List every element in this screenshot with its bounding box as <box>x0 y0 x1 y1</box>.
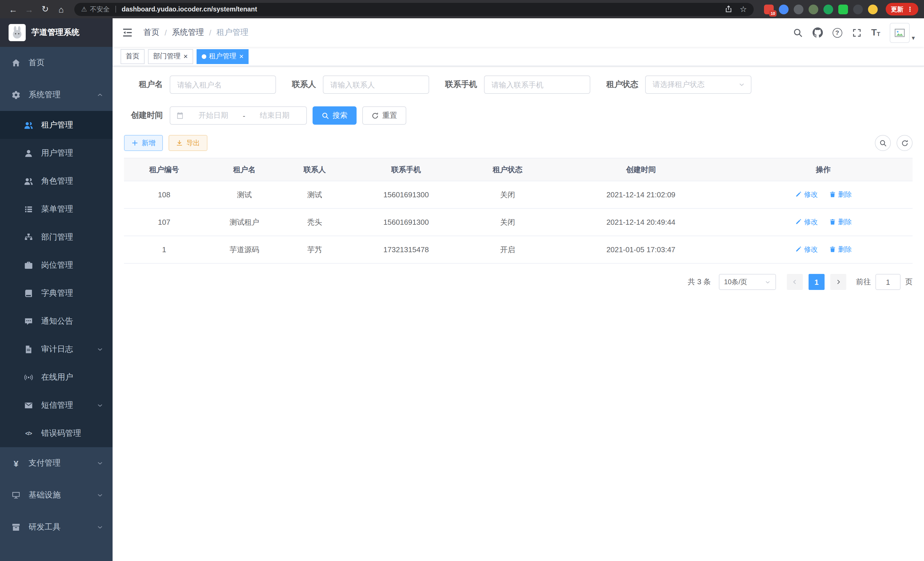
contact-input[interactable] <box>323 75 429 94</box>
toggle-search-button[interactable] <box>875 135 891 151</box>
phone-input[interactable] <box>484 75 590 94</box>
app-title: 芋道管理系统 <box>32 27 80 38</box>
breadcrumb-separator: / <box>165 28 167 37</box>
extension-icon[interactable] <box>779 4 789 14</box>
tenant-name-input[interactable] <box>170 75 276 94</box>
sidebar-item-dict[interactable]: 字典管理 <box>0 279 112 307</box>
bookmark-star-icon[interactable]: ☆ <box>740 5 747 14</box>
extension-icon[interactable] <box>868 4 878 14</box>
calendar-icon <box>176 111 184 120</box>
browser-reload-button[interactable]: ↻ <box>38 2 52 17</box>
browser-home-button[interactable]: ⌂ <box>54 2 69 17</box>
goto-page-input[interactable] <box>875 274 901 290</box>
menu-label: 角色管理 <box>41 176 73 186</box>
prev-page-button[interactable] <box>787 274 803 290</box>
audit-log-icon <box>24 344 33 354</box>
edit-label: 修改 <box>804 190 818 200</box>
site-security-chip[interactable]: ⚠ 不安全 <box>81 5 110 14</box>
extension-icon[interactable]: 10 <box>764 4 774 14</box>
menu-label: 租户管理 <box>41 120 73 130</box>
cell-phone: 17321315478 <box>345 236 468 263</box>
address-bar[interactable]: ⚠ 不安全 dashboard.yudao.iocoder.cn/system/… <box>74 3 754 16</box>
breadcrumb-item[interactable]: 首页 <box>143 27 159 38</box>
sidebar-item-system[interactable]: 系统管理 <box>0 79 112 111</box>
sidebar-collapse-icon[interactable] <box>122 27 133 38</box>
add-button[interactable]: 新增 <box>124 135 163 151</box>
status-select[interactable]: 请选择租户状态 <box>645 75 752 94</box>
fullscreen-icon[interactable] <box>852 28 861 38</box>
chevron-up-icon <box>97 92 104 98</box>
extension-icon[interactable] <box>824 4 833 14</box>
browser-update-button[interactable]: 更新 ⋮ <box>886 3 918 15</box>
infrastructure-icon <box>11 491 21 500</box>
sidebar-item-menu[interactable]: 菜单管理 <box>0 195 112 223</box>
delete-link[interactable]: 删除 <box>829 190 852 200</box>
help-icon[interactable]: ? <box>832 28 842 38</box>
next-page-button[interactable] <box>830 274 846 290</box>
app-logo[interactable]: 芋道管理系统 <box>0 18 112 47</box>
sidebar-item-role[interactable]: 角色管理 <box>0 167 112 195</box>
sidebar-item-post[interactable]: 岗位管理 <box>0 251 112 279</box>
tab-label: 租户管理 <box>209 51 236 61</box>
column-header: 联系手机 <box>345 158 468 181</box>
reset-button[interactable]: 重置 <box>362 106 406 125</box>
extension-icon[interactable] <box>838 4 848 14</box>
sidebar-item-tenant[interactable]: 租户管理 <box>0 111 112 139</box>
edit-link[interactable]: 修改 <box>795 217 818 227</box>
tenant-table: 租户编号 租户名 联系人 联系手机 租户状态 创建时间 操作 108 测试 <box>124 158 913 264</box>
sidebar-item-infrastructure[interactable]: 基础设施 <box>0 479 112 511</box>
error-code-icon: </> <box>24 429 33 438</box>
page-number-button[interactable]: 1 <box>808 274 825 290</box>
cell-actions: 修改 删除 <box>734 181 913 208</box>
home-icon: ⌂ <box>58 4 64 14</box>
header-search-icon[interactable] <box>793 28 802 38</box>
tab-dept[interactable]: 部门管理 × <box>148 49 193 64</box>
export-button[interactable]: 导出 <box>169 135 207 151</box>
browser-menu-kebab-icon[interactable]: ⋮ <box>907 5 913 13</box>
delete-link[interactable]: 删除 <box>829 217 852 227</box>
font-size-icon[interactable]: TT <box>871 28 880 37</box>
sidebar-item-error-code[interactable]: </> 错误码管理 <box>0 419 112 447</box>
github-icon[interactable] <box>812 27 823 38</box>
goto-page: 前往 页 <box>856 274 913 290</box>
column-header: 联系人 <box>285 158 345 181</box>
page-number: 1 <box>814 278 819 286</box>
search-button[interactable]: 搜索 <box>313 106 357 125</box>
sidebar-item-payment[interactable]: ¥ 支付管理 <box>0 447 112 479</box>
menu-label: 字典管理 <box>41 288 73 298</box>
share-icon[interactable] <box>725 5 733 13</box>
breadcrumb-item[interactable]: 系统管理 <box>172 27 204 38</box>
sidebar-item-notice[interactable]: 通知公告 <box>0 307 112 335</box>
extension-icon[interactable] <box>794 4 803 14</box>
sidebar-item-dept[interactable]: 部门管理 <box>0 223 112 251</box>
edit-link[interactable]: 修改 <box>795 190 818 200</box>
refresh-table-button[interactable] <box>897 135 913 151</box>
browser-forward-button[interactable]: → <box>22 2 37 17</box>
sidebar-item-home[interactable]: 首页 <box>0 47 112 79</box>
user-avatar[interactable]: ▾ <box>890 23 915 43</box>
sidebar-item-user[interactable]: 用户管理 <box>0 139 112 167</box>
sidebar-item-online-users[interactable]: 在线用户 <box>0 363 112 391</box>
tab-close-icon[interactable]: × <box>183 53 188 60</box>
edit-link[interactable]: 修改 <box>795 245 818 254</box>
field-label: 创建时间 <box>124 110 163 121</box>
tab-close-icon[interactable]: × <box>239 53 243 60</box>
page-size-select[interactable]: 10条/页 <box>719 274 776 290</box>
cell-actions: 修改 删除 <box>734 208 913 236</box>
tab-tenant[interactable]: 租户管理 × <box>196 49 249 64</box>
browser-back-button[interactable]: ← <box>6 2 21 17</box>
cell-contact: 测试 <box>285 181 345 208</box>
extension-icon[interactable] <box>808 4 818 14</box>
search-icon <box>322 112 329 119</box>
sidebar-item-devtools[interactable]: 研发工具 <box>0 511 112 543</box>
table-row: 107 测试租户 秃头 15601691300 关闭 2021-12-14 20… <box>124 208 913 236</box>
sidebar-item-audit-log[interactable]: 审计日志 <box>0 335 112 363</box>
menu-label: 在线用户 <box>41 372 73 382</box>
extension-icon[interactable] <box>853 4 863 14</box>
delete-link[interactable]: 删除 <box>829 245 852 254</box>
chevron-down-icon <box>97 346 104 353</box>
download-icon <box>176 140 183 146</box>
sidebar-item-sms[interactable]: 短信管理 <box>0 391 112 419</box>
date-range-picker[interactable]: 开始日期 - 结束日期 <box>170 106 307 125</box>
tab-home[interactable]: 首页 <box>121 49 145 64</box>
